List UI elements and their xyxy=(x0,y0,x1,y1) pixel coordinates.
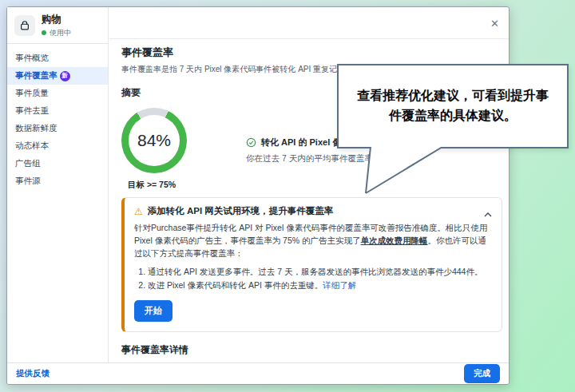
coverage-value: 84% xyxy=(137,131,171,150)
sidebar-item-label: 数据新鲜度 xyxy=(15,123,58,134)
new-badge: 新 xyxy=(60,71,70,81)
sidebar-item-event-quality[interactable]: 事件质量 xyxy=(7,85,108,102)
sidebar: 购物 使用中 事件概览 事件覆盖率 新 事件质量 事件去重 数据新鲜度 动态样本… xyxy=(7,7,109,364)
sidebar-item-data-freshness[interactable]: 数据新鲜度 xyxy=(7,120,108,137)
sidebar-item-dynamic-samples[interactable]: 动态样本 xyxy=(7,137,108,155)
sidebar-item-label: 广告组 xyxy=(15,158,41,169)
sidebar-item-event-dedup[interactable]: 事件去重 xyxy=(7,102,108,120)
recommendation-card: ⚠ 添加转化 API 网关试用环境，提升事件覆盖率 针对Purchase事件提升… xyxy=(121,197,502,332)
list-item: 改进 Pixel 像素代码和转化 API 事件的去重键。详细了解 xyxy=(148,279,492,291)
recommendation-title: 添加转化 API 网关试用环境，提升事件覆盖率 xyxy=(148,205,334,217)
details-heading: 事件覆盖率详情 xyxy=(121,343,499,357)
sidebar-item-label: 动态样本 xyxy=(15,141,49,152)
pixel-status-label: 使用中 xyxy=(50,28,71,38)
sidebar-item-label: 事件去重 xyxy=(15,105,49,117)
warning-icon: ⚠ xyxy=(134,207,143,216)
status-dot-icon xyxy=(42,30,46,35)
start-button[interactable]: 开始 xyxy=(134,300,172,322)
sidebar-item-event-overview[interactable]: 事件概览 xyxy=(7,49,108,67)
dialog-footer: 提供反馈 完成 xyxy=(7,362,509,384)
recommendation-body: 针对Purchase事件提升转化 API 对 Pixel 像素代码事件的覆盖率可… xyxy=(134,222,490,259)
sidebar-nav: 事件概览 事件覆盖率 新 事件质量 事件去重 数据新鲜度 动态样本 广告组 事件… xyxy=(7,44,108,190)
shopping-bag-icon xyxy=(14,15,35,36)
pixel-header: 购物 使用中 xyxy=(7,7,108,44)
sidebar-item-label: 事件质量 xyxy=(15,88,49,99)
done-button[interactable]: 完成 xyxy=(464,364,500,383)
sidebar-item-event-sources[interactable]: 事件源 xyxy=(7,172,108,190)
chevron-up-icon[interactable] xyxy=(484,208,492,220)
page-title: 事件覆盖率 xyxy=(121,46,499,60)
coaching-callout: 查看推荐优化建议，可看到提升事件覆盖率的具体建议。 xyxy=(337,64,569,148)
sidebar-item-ad-sets[interactable]: 广告组 xyxy=(7,155,108,172)
coverage-goal: 目标 >= 75% xyxy=(128,180,176,191)
list-item: 通过转化 API 发送更多事件。过去 7 天，服务器发送的事件比浏览器发送的事件… xyxy=(148,265,492,278)
sidebar-item-label: 事件源 xyxy=(15,176,41,187)
feedback-link[interactable]: 提供反馈 xyxy=(16,368,50,379)
sidebar-item-label: 事件概览 xyxy=(15,53,49,64)
pixel-status: 使用中 xyxy=(42,28,71,38)
callout-tail-icon xyxy=(351,147,455,198)
pixel-name: 购物 xyxy=(42,13,71,26)
sidebar-item-label: 事件覆盖率 xyxy=(15,70,58,81)
sidebar-item-event-coverage[interactable]: 事件覆盖率 新 xyxy=(7,67,108,85)
cost-drop-emphasis: 单次成效费用降幅 xyxy=(361,236,428,245)
learn-more-link[interactable]: 详细了解 xyxy=(323,280,356,290)
check-circle-icon xyxy=(246,137,256,148)
recommendation-list: 通过转化 API 发送更多事件。过去 7 天，服务器发送的事件比浏览器发送的事件… xyxy=(148,265,492,291)
close-icon[interactable]: ✕ xyxy=(490,18,499,29)
callout-text: 查看推荐优化建议，可看到提升事件覆盖率的具体建议。 xyxy=(351,86,554,126)
content-header: ✕ xyxy=(109,7,509,39)
coverage-donut: 84% xyxy=(121,108,187,173)
